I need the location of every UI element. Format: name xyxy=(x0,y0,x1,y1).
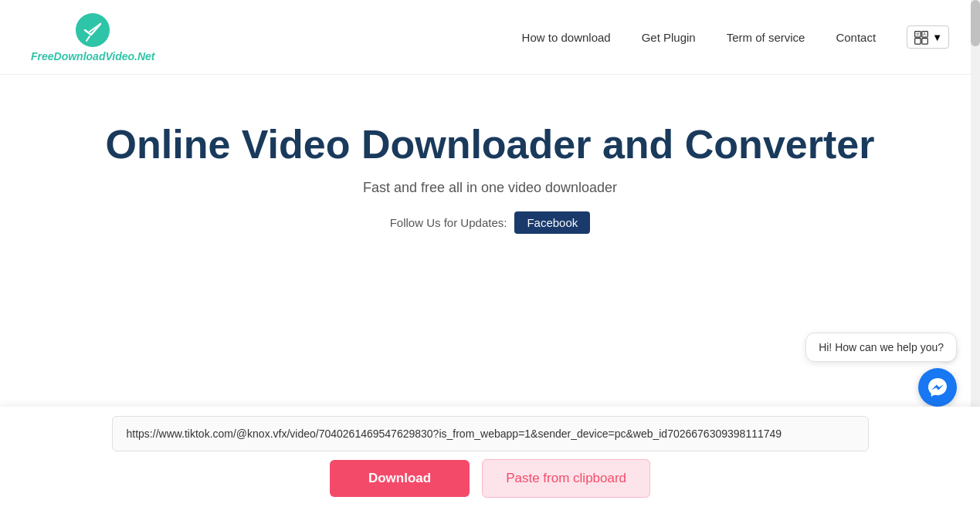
svg-rect-4 xyxy=(922,39,928,44)
chat-widget: Hi! How can we help you? xyxy=(805,333,957,407)
nav-item-contact[interactable]: Contact xyxy=(836,31,876,44)
chat-icon-button[interactable] xyxy=(918,368,957,407)
logo-text: FreeDownloadVideo.Net xyxy=(31,50,155,63)
nav-item-term-of-service[interactable]: Term of service xyxy=(727,31,805,44)
follow-text: Follow Us for Updates: xyxy=(390,216,507,229)
main-content: Online Video Downloader and Converter Fa… xyxy=(0,75,980,234)
svg-rect-3 xyxy=(915,39,921,44)
nav: How to download Get Plugin Term of servi… xyxy=(522,25,949,49)
logo[interactable]: FreeDownloadVideo.Net xyxy=(31,12,155,63)
follow-row: Follow Us for Updates: Facebook xyxy=(390,211,591,234)
scrollbar-thumb[interactable] xyxy=(971,0,980,46)
facebook-button[interactable]: Facebook xyxy=(514,211,590,234)
bottom-bar: Download Paste from clipboard xyxy=(0,407,980,507)
page-subheadline: Fast and free all in one video downloade… xyxy=(363,180,617,196)
logo-icon xyxy=(74,12,111,49)
url-input-container xyxy=(112,416,869,451)
action-buttons: Download Paste from clipboard xyxy=(330,459,650,498)
translate-label: ▼ xyxy=(932,32,942,43)
url-input[interactable] xyxy=(112,416,869,451)
translate-icon: 文 A xyxy=(914,29,929,45)
paste-from-clipboard-button[interactable]: Paste from clipboard xyxy=(482,459,650,498)
svg-text:文: 文 xyxy=(916,32,920,36)
download-button[interactable]: Download xyxy=(330,460,470,497)
svg-text:A: A xyxy=(924,32,927,36)
translate-button[interactable]: 文 A ▼ xyxy=(907,25,949,49)
chat-bubble: Hi! How can we help you? xyxy=(805,333,957,362)
messenger-icon xyxy=(927,377,948,398)
nav-item-how-to-download[interactable]: How to download xyxy=(522,31,611,44)
header: FreeDownloadVideo.Net How to download Ge… xyxy=(0,0,980,75)
page-headline: Online Video Downloader and Converter xyxy=(106,121,875,167)
nav-item-get-plugin[interactable]: Get Plugin xyxy=(642,31,696,44)
